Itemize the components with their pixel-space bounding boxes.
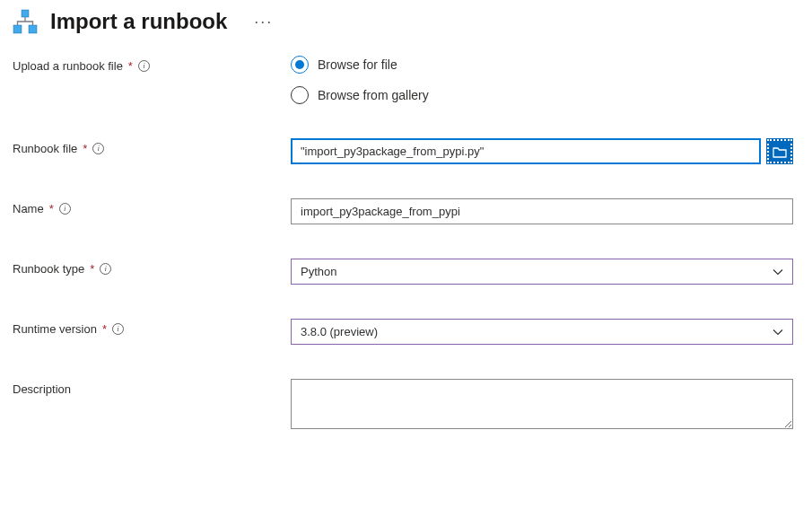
info-icon[interactable]: i [92,143,104,154]
row-description: Description [13,379,799,432]
required-asterisk: * [128,59,133,73]
svg-rect-2 [29,25,37,33]
info-icon[interactable]: i [100,263,111,275]
select-value: Python [301,265,336,278]
import-runbook-form: Upload a runbook file * i Browse for fil… [0,38,812,448]
radio-label: Browse for file [318,57,397,72]
svg-rect-1 [13,25,22,33]
radio-browse-from-gallery[interactable]: Browse from gallery [291,86,793,104]
select-value: 3.8.0 (preview) [301,325,378,338]
label-description: Description [13,379,291,396]
required-asterisk: * [49,202,54,215]
row-runbook-type: Runbook type * i Python [13,259,799,285]
runbook-file-input[interactable] [291,138,761,164]
label-text: Upload a runbook file [13,59,123,73]
label-text: Runtime version [13,322,97,336]
label-upload-source: Upload a runbook file * i [13,56,291,73]
label-runbook-type: Runbook type * i [13,259,291,276]
chevron-down-icon [773,267,783,277]
row-runbook-file: Runbook file * i [13,138,799,164]
folder-icon [773,145,787,158]
row-runtime-version: Runtime version * i 3.8.0 (preview) [13,319,799,345]
browse-file-button[interactable] [766,138,793,164]
label-name: Name * i [13,198,291,215]
page-title: Import a runbook [50,9,227,34]
description-textarea[interactable] [291,379,793,429]
row-name: Name * i [13,198,799,224]
upload-source-radio-group: Browse for file Browse from gallery [291,56,793,104]
runbook-type-select[interactable]: Python [291,259,793,285]
name-input[interactable] [291,198,793,224]
info-icon[interactable]: i [138,60,150,72]
radio-indicator [291,86,309,104]
label-runtime-version: Runtime version * i [13,319,291,336]
label-text: Name [13,202,44,215]
radio-label: Browse from gallery [318,88,429,102]
required-asterisk: * [83,142,87,155]
info-icon[interactable]: i [59,203,71,215]
radio-browse-for-file[interactable]: Browse for file [291,56,793,74]
label-runbook-file: Runbook file * i [13,138,291,155]
info-icon[interactable]: i [112,323,124,335]
runbook-hierarchy-icon [13,9,38,34]
svg-rect-0 [22,10,29,17]
label-text: Runbook file [13,142,77,155]
runtime-version-select[interactable]: 3.8.0 (preview) [291,319,793,345]
required-asterisk: * [90,262,94,276]
radio-indicator-checked [291,56,309,74]
chevron-down-icon [773,327,783,338]
row-upload-source: Upload a runbook file * i Browse for fil… [13,56,799,104]
required-asterisk: * [102,322,107,336]
label-text: Description [13,382,71,396]
page-header: Import a runbook ··· [0,0,812,38]
more-actions-button[interactable]: ··· [240,13,273,31]
label-text: Runbook type [13,262,84,276]
